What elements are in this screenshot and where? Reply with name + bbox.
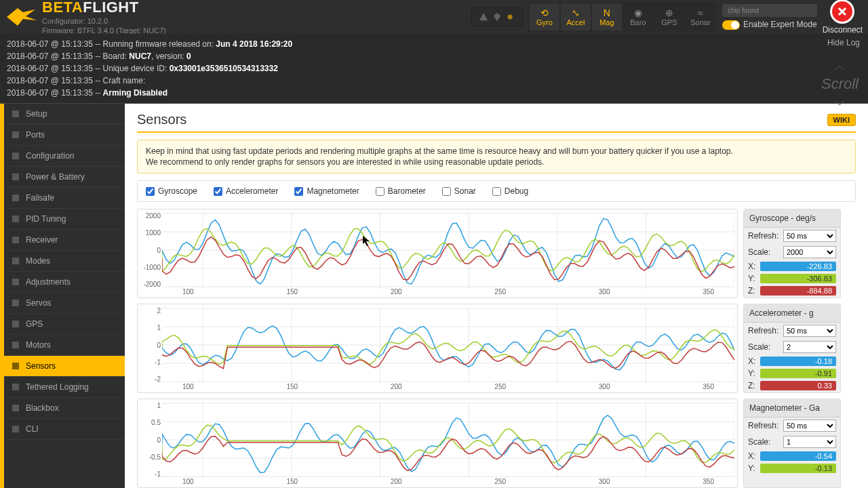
nav-servos[interactable]: Servos — [4, 293, 125, 314]
val-y: -0.91 — [760, 369, 836, 378]
nav-setup[interactable]: Setup — [4, 104, 125, 125]
nav-motors[interactable]: Motors — [4, 335, 125, 356]
nav-configuration[interactable]: Configuration — [4, 146, 125, 167]
nav-adjustments[interactable]: Adjustments — [4, 272, 125, 293]
sensor-checkboxes: GyroscopeAccelerometerMagnetometerBarome… — [137, 180, 856, 202]
svg-rect-11 — [12, 342, 19, 348]
svg-rect-15 — [12, 426, 19, 432]
check-sonar[interactable]: Sonar — [442, 186, 476, 196]
sensor-tab-gyro[interactable]: ⟲Gyro — [530, 3, 559, 30]
nav-tethered-logging[interactable]: Tethered Logging — [4, 377, 125, 398]
check-debug[interactable]: Debug — [492, 186, 528, 196]
nav-pid-tuning[interactable]: PID Tuning — [4, 209, 125, 230]
sensor-tab-gps[interactable]: ⊕GPS — [654, 3, 684, 30]
nav-receiver[interactable]: Receiver — [4, 230, 125, 251]
sidebar: SetupPortsConfigurationPower & BatteryFa… — [0, 104, 125, 488]
chip-status: chip found — [722, 4, 817, 17]
svg-rect-1 — [12, 131, 19, 138]
panel-0: Gyroscope - deg/sRefresh:50 msScale:2000… — [743, 209, 841, 298]
refresh-select[interactable]: 50 ms — [783, 325, 836, 337]
scale-select[interactable]: 2000 — [783, 246, 836, 258]
graph-2: 10.50-0.5-1100150200250300350 — [137, 399, 738, 488]
svg-rect-6 — [12, 237, 19, 243]
svg-rect-13 — [12, 384, 19, 390]
val-y: -306.83 — [760, 274, 836, 283]
svg-rect-7 — [12, 258, 19, 264]
nav-failsafe[interactable]: Failsafe — [4, 188, 125, 209]
nav-blackbox[interactable]: Blackbox — [4, 398, 125, 419]
link-icon — [506, 12, 515, 22]
val-x: -226.83 — [760, 262, 836, 271]
gem-icon — [492, 12, 502, 22]
refresh-select[interactable]: 50 ms — [783, 420, 836, 432]
conf-version: Configurator: 10.2.0 — [42, 16, 166, 26]
svg-rect-2 — [12, 152, 19, 159]
svg-rect-12 — [12, 363, 19, 369]
panel-1: Accelerometer - gRefresh:50 msScale:2X:-… — [743, 304, 841, 393]
svg-rect-9 — [12, 300, 19, 306]
val-z: 0.33 — [760, 381, 836, 390]
wiki-button[interactable]: WIKI — [827, 114, 856, 126]
nav-ports[interactable]: Ports — [4, 125, 125, 146]
val-x: -0.54 — [760, 451, 836, 461]
svg-rect-8 — [12, 279, 19, 285]
content: Sensors WIKI Keep in mind that using fas… — [125, 104, 868, 488]
sensor-tabs: ⟲Gyro⤡AccelNMag◉Baro⊕GPS≈Sonar — [528, 2, 717, 32]
expert-toggle[interactable] — [722, 20, 740, 30]
svg-rect-3 — [12, 174, 19, 180]
sensor-tab-accel[interactable]: ⤡Accel — [561, 3, 591, 30]
graph-0: 200010000-1000-2000100150200250300350 — [137, 209, 738, 298]
panel-title: Magnetometer - Ga — [744, 399, 840, 418]
svg-rect-0 — [12, 110, 19, 117]
info-note: Keep in mind that using fast update peri… — [137, 140, 856, 174]
nav-cli[interactable]: CLI — [4, 419, 125, 440]
disconnect-button[interactable]: Disconnect — [823, 0, 863, 35]
expert-row: chip found Enable Expert Mode — [722, 4, 817, 30]
nav-gps[interactable]: GPS — [4, 314, 125, 335]
nav-modes[interactable]: Modes — [4, 251, 125, 272]
sensor-tab-mag[interactable]: NMag — [592, 3, 622, 30]
refresh-select[interactable]: 50 ms — [783, 230, 836, 242]
scale-select[interactable]: 1 — [783, 436, 836, 448]
close-icon — [837, 6, 848, 17]
scroll-hint: Scroll — [821, 58, 859, 110]
panel-2: Magnetometer - GaRefresh:50 msScale:1X:-… — [743, 399, 841, 488]
val-y: -0.13 — [760, 464, 836, 473]
nav-sensors[interactable]: Sensors — [4, 356, 125, 377]
nav-power-battery[interactable]: Power & Battery — [4, 167, 125, 188]
check-accelerometer[interactable]: Accelerometer — [214, 186, 278, 196]
hide-log-button[interactable]: Hide Log — [827, 38, 860, 47]
svg-rect-5 — [12, 216, 19, 222]
svg-rect-10 — [12, 321, 19, 327]
log-panel: Hide Log Scroll 2018-06-07 @ 15:13:35 --… — [0, 34, 868, 104]
svg-rect-4 — [12, 195, 19, 201]
page-title: Sensors — [137, 112, 186, 127]
panel-title: Accelerometer - g — [744, 304, 840, 323]
svg-rect-14 — [12, 405, 19, 411]
sensor-tab-baro[interactable]: ◉Baro — [623, 3, 653, 30]
logo-icon — [5, 7, 38, 27]
scale-select[interactable]: 2 — [783, 341, 836, 353]
val-z: -884.88 — [760, 286, 836, 296]
brand: BETAFLIGHT Configurator: 10.2.0 Firmware… — [5, 0, 166, 35]
sensor-tab-sonar[interactable]: ≈Sonar — [686, 3, 715, 30]
warning-icon — [479, 12, 488, 22]
graph-1: 210-1-2100150200250300350 — [137, 304, 738, 393]
check-magnetometer[interactable]: Magnetometer — [294, 186, 359, 196]
topbar: BETAFLIGHT Configurator: 10.2.0 Firmware… — [0, 0, 868, 34]
val-x: -0.18 — [760, 357, 836, 366]
check-barometer[interactable]: Barometer — [376, 186, 426, 196]
port-icons — [471, 7, 523, 26]
panel-title: Gyroscope - deg/s — [744, 209, 840, 228]
check-gyroscope[interactable]: Gyroscope — [146, 186, 197, 196]
